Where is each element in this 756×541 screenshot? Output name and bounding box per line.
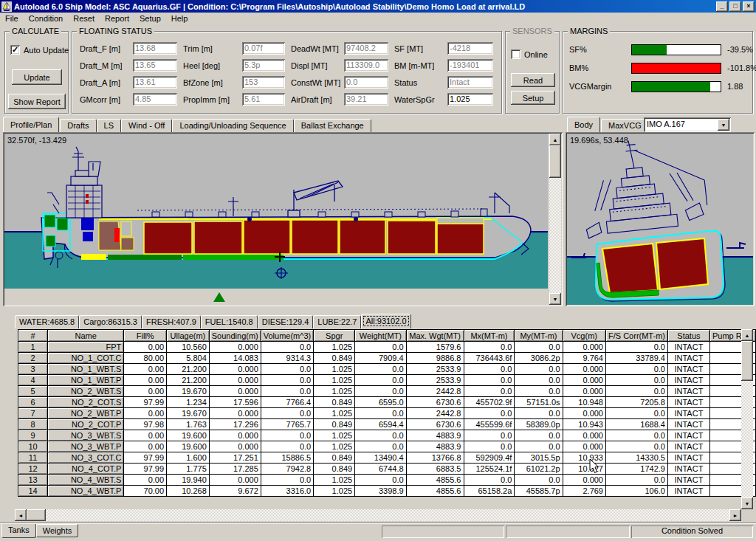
cell[interactable]: 6595.0 bbox=[355, 397, 406, 408]
cell[interactable]: 1.234 bbox=[167, 397, 210, 408]
cell[interactable]: 6594.4 bbox=[355, 419, 406, 430]
tab-maxvcg[interactable]: MaxVCG bbox=[601, 119, 649, 132]
cell[interactable]: 0.0 bbox=[464, 364, 515, 375]
cell[interactable]: 1688.4 bbox=[605, 419, 667, 430]
cell[interactable]: 1.025 bbox=[314, 375, 355, 386]
scroll-down-icon[interactable]: ▼ bbox=[549, 293, 561, 305]
cell[interactable]: 0.849 bbox=[314, 397, 355, 408]
cell[interactable]: 455599.6f bbox=[464, 419, 515, 430]
tab-ls[interactable]: LS bbox=[97, 119, 121, 132]
cell[interactable]: 4883.9 bbox=[406, 441, 464, 452]
dropdown-arrow-icon[interactable]: ▼ bbox=[718, 119, 729, 131]
cell[interactable]: 0.00 bbox=[124, 408, 167, 419]
cell[interactable]: 0.000 bbox=[209, 430, 261, 441]
tank-status[interactable]: INTACT bbox=[667, 364, 709, 375]
cell[interactable]: 4855.6 bbox=[406, 486, 464, 497]
tank-status[interactable]: INTACT bbox=[667, 375, 709, 386]
tank-tab-diese[interactable]: DIESE:129.4 bbox=[258, 315, 314, 328]
cell[interactable]: 455702.9f bbox=[464, 397, 515, 408]
tank-status[interactable]: INTACT bbox=[667, 475, 709, 486]
tank-status[interactable]: INTACT bbox=[667, 464, 709, 475]
cell[interactable]: 0.0 bbox=[355, 375, 406, 386]
menu-item-report[interactable]: Report bbox=[100, 14, 134, 23]
cell[interactable]: 0.849 bbox=[314, 419, 355, 430]
cell[interactable]: 58389.0p bbox=[515, 419, 563, 430]
cell[interactable]: 7205.8 bbox=[605, 397, 667, 408]
cell[interactable]: 97.98 bbox=[124, 419, 167, 430]
cell[interactable]: 0.0 bbox=[605, 430, 667, 441]
cell[interactable]: 3398.9 bbox=[355, 486, 406, 497]
cell[interactable]: 0.00 bbox=[124, 430, 167, 441]
cell[interactable]: 1.763 bbox=[167, 419, 210, 430]
scrollbar-thumb[interactable] bbox=[741, 341, 753, 381]
cell[interactable]: 1.775 bbox=[167, 464, 210, 475]
setup-sensors-button[interactable]: Setup bbox=[511, 91, 555, 105]
cell[interactable]: 7909.4 bbox=[355, 353, 406, 364]
tank-tab-cargo[interactable]: Cargo:86315.3 bbox=[79, 315, 142, 328]
cell[interactable]: 17.296 bbox=[209, 419, 261, 430]
cell[interactable]: 6883.5 bbox=[406, 464, 464, 475]
cell[interactable]: 0.0 bbox=[464, 375, 515, 386]
cell[interactable]: 0.0 bbox=[605, 475, 667, 486]
cell[interactable]: 0.00 bbox=[124, 475, 167, 486]
cell[interactable]: 0.0 bbox=[355, 475, 406, 486]
cell[interactable]: 1.025 bbox=[314, 430, 355, 441]
cell[interactable]: 592909.4f bbox=[464, 452, 515, 464]
cell[interactable]: 45585.7p bbox=[515, 486, 563, 497]
cell[interactable]: 0.0 bbox=[515, 408, 563, 419]
cell[interactable]: 7765.7 bbox=[261, 419, 313, 430]
cell[interactable]: 0.000 bbox=[209, 375, 261, 386]
tank-status[interactable]: INTACT bbox=[667, 397, 709, 408]
cell[interactable]: 0.0 bbox=[605, 386, 667, 397]
cell[interactable]: 9886.8 bbox=[406, 353, 464, 364]
cell[interactable]: 4883.9 bbox=[406, 430, 464, 441]
menu-item-reset[interactable]: Reset bbox=[68, 14, 100, 23]
cell[interactable]: 1.025 bbox=[314, 475, 355, 486]
cell[interactable]: 0.000 bbox=[563, 475, 605, 486]
tab-body[interactable]: Body bbox=[567, 117, 600, 132]
cell[interactable]: 0.000 bbox=[563, 342, 605, 353]
cell[interactable]: 9.672 bbox=[209, 486, 261, 497]
cell[interactable]: 0.0 bbox=[261, 342, 313, 353]
cell[interactable]: 736443.6f bbox=[464, 353, 515, 364]
cell[interactable]: 0.000 bbox=[563, 375, 605, 386]
cell[interactable]: 1.025 bbox=[314, 386, 355, 397]
scrollbar-thumb[interactable] bbox=[549, 145, 561, 178]
cell[interactable]: 0.0 bbox=[515, 375, 563, 386]
tank-status[interactable]: INTACT bbox=[667, 408, 709, 419]
tank-tab-fresh[interactable]: FRESH:407.9 bbox=[142, 315, 201, 328]
menu-item-setup[interactable]: Setup bbox=[134, 14, 166, 23]
cell[interactable]: 0.000 bbox=[563, 408, 605, 419]
cell[interactable]: 19.670 bbox=[167, 386, 210, 397]
cell[interactable]: 0.0 bbox=[261, 386, 313, 397]
cell[interactable]: 1.025 bbox=[314, 441, 355, 452]
cell[interactable]: 1.025 bbox=[314, 364, 355, 375]
cell[interactable]: 0.00 bbox=[124, 441, 167, 452]
tank-tab-water[interactable]: WATER:4685.8 bbox=[15, 315, 79, 328]
cell[interactable]: 0.000 bbox=[209, 441, 261, 452]
cell[interactable]: 2.769 bbox=[563, 486, 605, 497]
cell[interactable]: 0.000 bbox=[209, 386, 261, 397]
cell[interactable]: 6730.6 bbox=[406, 397, 464, 408]
tank-status[interactable]: INTACT bbox=[667, 353, 709, 364]
cell[interactable]: 0.00 bbox=[124, 375, 167, 386]
cell[interactable]: 0.000 bbox=[563, 430, 605, 441]
cell[interactable]: 0.0 bbox=[464, 441, 515, 452]
cell[interactable]: 2442.8 bbox=[406, 408, 464, 419]
scroll-up-icon[interactable]: ▲ bbox=[549, 134, 561, 145]
cell[interactable]: 106.0 bbox=[605, 486, 667, 497]
scroll-right-icon[interactable]: ► bbox=[729, 509, 741, 521]
cell[interactable]: 19.600 bbox=[167, 441, 210, 452]
cell[interactable]: 0.849 bbox=[314, 464, 355, 475]
field-waterspgr[interactable]: 1.025 bbox=[447, 93, 493, 106]
cell[interactable]: 0.000 bbox=[209, 342, 261, 353]
cell[interactable]: 0.0 bbox=[605, 342, 667, 353]
cell[interactable]: 2533.9 bbox=[406, 375, 464, 386]
cell[interactable]: 0.0 bbox=[355, 364, 406, 375]
cell[interactable]: 1.025 bbox=[314, 342, 355, 353]
cell[interactable]: 1742.9 bbox=[605, 464, 667, 475]
maximize-button[interactable]: □ bbox=[729, 1, 741, 12]
cell[interactable]: 0.00 bbox=[124, 342, 167, 353]
cell[interactable]: 0.0 bbox=[355, 408, 406, 419]
cell[interactable]: 0.0 bbox=[355, 342, 406, 353]
